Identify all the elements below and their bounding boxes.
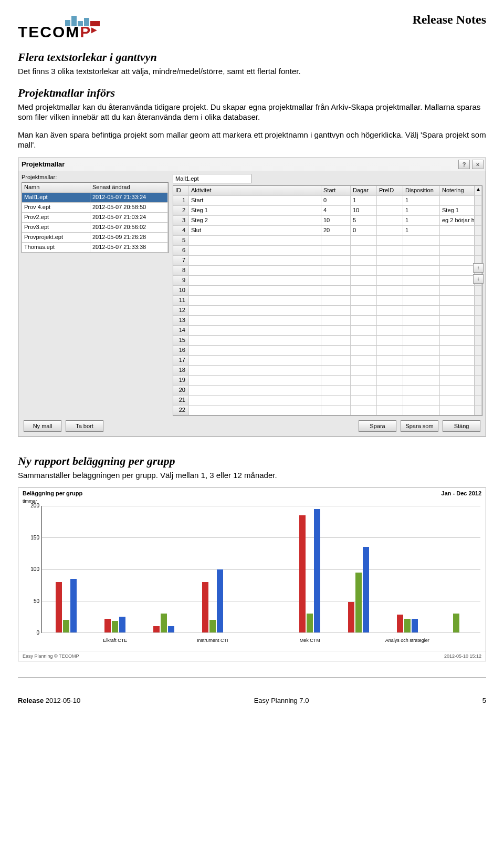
table-row[interactable]: Thomas.ept2012-05-07 21:33:38 bbox=[22, 243, 168, 253]
column-header[interactable]: Start bbox=[321, 186, 351, 196]
logo-text-1: TECOM bbox=[18, 23, 80, 40]
chart-bar bbox=[209, 620, 216, 632]
chart-group: Analys och strategier bbox=[383, 506, 432, 632]
x-tick-label: Instrument CTI bbox=[188, 638, 237, 643]
template-name-field[interactable] bbox=[173, 174, 251, 183]
table-row[interactable]: 19 bbox=[173, 376, 482, 386]
chart-bar bbox=[299, 515, 306, 632]
table-row[interactable]: 5 bbox=[173, 236, 482, 246]
chart-bar bbox=[412, 619, 418, 633]
close-dialog-button[interactable]: Stäng bbox=[443, 420, 480, 432]
table-row[interactable]: 14 bbox=[173, 326, 482, 336]
body-paragraph: Med projektmallar kan du återanvända tid… bbox=[18, 102, 486, 122]
chart-bar bbox=[112, 621, 118, 632]
chart-bar bbox=[355, 573, 362, 632]
chart-title: Beläggning per grupp bbox=[23, 490, 82, 496]
left-label: Projektmallar: bbox=[22, 174, 169, 180]
y-tick-label: 150 bbox=[27, 535, 39, 541]
chart-group bbox=[140, 506, 188, 632]
table-row[interactable]: 11 bbox=[173, 296, 482, 306]
table-row[interactable]: 7 bbox=[173, 256, 482, 266]
table-row[interactable]: Prov3.ept2012-05-07 20:56:02 bbox=[22, 223, 168, 233]
chart-group: Elkraft CTE bbox=[91, 506, 140, 632]
close-button[interactable]: × bbox=[472, 160, 484, 169]
chart-group bbox=[432, 506, 480, 632]
x-tick-label: Mek CTM bbox=[286, 638, 334, 643]
body-paragraph: Sammanställer beläggningen per grupp. Vä… bbox=[18, 470, 486, 481]
table-row[interactable]: 21 bbox=[173, 396, 482, 406]
table-row[interactable]: 10 bbox=[173, 286, 482, 296]
table-row[interactable]: 16 bbox=[173, 346, 482, 356]
column-header[interactable]: Disposition bbox=[403, 186, 440, 196]
chart-bar bbox=[70, 579, 77, 632]
chart-bar bbox=[363, 547, 369, 632]
footer-release: Release 2012-05-10 bbox=[18, 697, 80, 704]
chart-bar bbox=[202, 582, 208, 632]
footer-page: 5 bbox=[482, 697, 486, 704]
footer-product: Easy Planning 7.0 bbox=[254, 697, 309, 704]
chart-bar bbox=[404, 619, 411, 633]
scroll-up-button[interactable]: ▲ bbox=[475, 186, 482, 196]
chart-group bbox=[334, 506, 383, 632]
table-row[interactable]: 1Start011 bbox=[173, 196, 482, 206]
column-header[interactable]: Senast ändrad bbox=[90, 183, 168, 193]
new-template-button[interactable]: Ny mall bbox=[24, 420, 61, 432]
y-tick-label: 50 bbox=[27, 598, 39, 604]
chart-bar bbox=[168, 626, 174, 632]
table-row[interactable]: 8 bbox=[173, 266, 482, 276]
table-row[interactable]: 15 bbox=[173, 336, 482, 346]
chart-bar bbox=[63, 620, 69, 632]
chart-bar bbox=[119, 617, 125, 632]
doc-title: Release Notes bbox=[412, 13, 486, 27]
chart-bar bbox=[161, 614, 167, 632]
column-header[interactable]: ID bbox=[173, 186, 189, 196]
chart-bar bbox=[153, 626, 160, 632]
y-tick-label: 100 bbox=[27, 566, 39, 572]
table-row[interactable]: 13 bbox=[173, 316, 482, 326]
column-header[interactable]: PreID bbox=[377, 186, 403, 196]
save-button[interactable]: Spara bbox=[359, 420, 396, 432]
table-row[interactable]: 6 bbox=[173, 246, 482, 256]
column-header[interactable]: Dagar bbox=[351, 186, 377, 196]
table-row[interactable]: 22 bbox=[173, 406, 482, 416]
chart-group bbox=[237, 506, 286, 632]
chart-period: Jan - Dec 2012 bbox=[442, 490, 481, 496]
projektmallar-dialog: Projektmallar ? × Projektmallar: NamnSen… bbox=[18, 158, 486, 437]
delete-button[interactable]: Ta bort bbox=[66, 420, 103, 432]
activity-grid[interactable]: IDAktivitetStartDagarPreIDDispositionNot… bbox=[173, 185, 482, 416]
logo-text-accent: P bbox=[80, 23, 91, 40]
table-row[interactable]: 20 bbox=[173, 386, 482, 396]
chart-bar bbox=[217, 569, 223, 633]
table-row[interactable]: 17 bbox=[173, 356, 482, 366]
table-row[interactable]: Prov 4.ept2012-05-07 20:58:50 bbox=[22, 203, 168, 213]
body-paragraph: Man kan även spara befintiga projekt som… bbox=[18, 130, 486, 150]
table-row[interactable]: 12 bbox=[173, 306, 482, 316]
save-as-button[interactable]: Spara som bbox=[401, 420, 438, 432]
chart-footer-left: Easy Planning © TECOMP bbox=[23, 653, 79, 659]
template-list-grid[interactable]: NamnSenast ändradMall1.ept2012-05-07 21:… bbox=[22, 182, 169, 253]
table-row[interactable]: 4Slut2001 bbox=[173, 226, 482, 236]
chart-group: Instrument CTI bbox=[188, 506, 237, 632]
column-header[interactable]: Aktivitet bbox=[189, 186, 321, 196]
table-row[interactable]: 2Steg 14101Steg 1 bbox=[173, 206, 482, 216]
section-heading: Flera textstorlekar i ganttvyn bbox=[18, 50, 486, 64]
table-row[interactable]: 18 bbox=[173, 366, 482, 376]
body-paragraph: Det finns 3 olika textstorlekar att välj… bbox=[18, 66, 486, 77]
table-row[interactable]: 9 bbox=[173, 276, 482, 286]
help-button[interactable]: ? bbox=[458, 160, 470, 169]
chart-footer-right: 2012-05-10 15:12 bbox=[444, 653, 481, 659]
table-row[interactable]: Provprojekt.ept2012-05-09 21:26:28 bbox=[22, 233, 168, 243]
move-down-button[interactable]: ↓ bbox=[473, 274, 484, 284]
table-row[interactable]: Prov2.ept2012-05-07 21:03:24 bbox=[22, 213, 168, 223]
chart-bar bbox=[397, 615, 403, 632]
column-header[interactable]: Namn bbox=[22, 183, 90, 193]
table-row[interactable]: 3Steg 21051eg 2 börjar h bbox=[173, 216, 482, 226]
x-tick-label: Elkraft CTE bbox=[91, 638, 140, 643]
chart-bar bbox=[453, 614, 459, 632]
column-header[interactable]: Notering bbox=[440, 186, 475, 196]
chart-bar bbox=[348, 602, 354, 632]
move-up-button[interactable]: ↑ bbox=[473, 263, 484, 273]
table-row[interactable]: Mall1.ept2012-05-07 21:33:24 bbox=[22, 193, 168, 203]
y-tick-label: 0 bbox=[27, 630, 39, 636]
chart-bar bbox=[56, 582, 62, 632]
